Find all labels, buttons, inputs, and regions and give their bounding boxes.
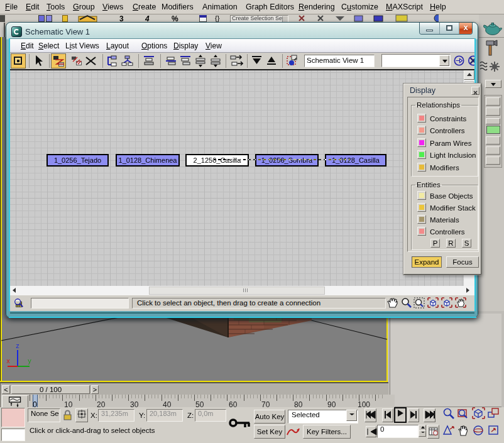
svg-text:y: y bbox=[28, 358, 31, 365]
svg-text:x: x bbox=[6, 358, 10, 365]
svg-text:z: z bbox=[16, 343, 19, 350]
